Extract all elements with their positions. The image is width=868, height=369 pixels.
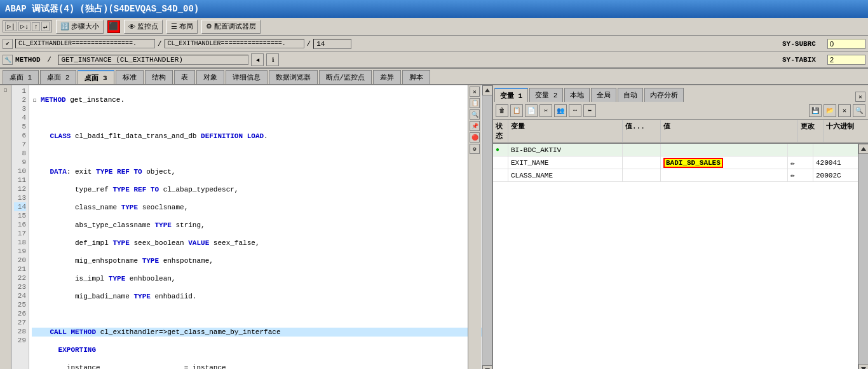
col-header-variable: 变量	[508, 120, 623, 142]
code-content: ☐ METHOD get_instance. CLASS cl_badi_flt…	[29, 85, 492, 369]
var-tab-auto[interactable]: 自动	[618, 88, 643, 102]
code-line-7: class_name TYPE seoclsname,	[32, 203, 489, 212]
row-status-2	[493, 157, 508, 169]
col-header-val-abbr: 值...	[623, 120, 661, 142]
method-icon[interactable]: 🔧	[3, 55, 13, 65]
code-line-6: type_ref TYPE REF TO cl_abap_typedescr,	[32, 185, 489, 194]
step-icon-1[interactable]: ▷|	[5, 22, 17, 31]
code-panel: ☐ 12345 678910 111213 14 1516171819 2021…	[0, 85, 493, 369]
tab-detail[interactable]: 详细信息	[226, 70, 268, 84]
var-btn-6[interactable]: ⬅	[583, 104, 596, 117]
code-side-toolbar: ✕ 📋 🔍 📌 🔴 ⚙	[468, 85, 481, 369]
code-line-10: mig_enhspotname TYPE enhspotname,	[32, 256, 489, 265]
row-status-3	[493, 169, 508, 181]
var-delete-btn[interactable]: 🗑	[496, 104, 508, 117]
var-scroll-track[interactable]	[858, 154, 868, 364]
tab-desktop1[interactable]: 桌面 1	[3, 70, 39, 84]
separator-2: /	[307, 40, 311, 48]
code-line-14: CALL METHOD cl_exithandler=>get_class_na…	[32, 328, 489, 337]
config-button[interactable]: ⚙ 配置调试器层	[201, 20, 261, 34]
code-vertical-scrollbar[interactable]	[482, 85, 492, 369]
code-line-13	[32, 310, 489, 319]
method-btn-2[interactable]: ℹ	[266, 53, 279, 66]
step-icon-3[interactable]: ↑	[32, 22, 40, 31]
step-size-button[interactable]: 🔢 步骤大小	[56, 20, 104, 34]
code-btn-1[interactable]: 📋	[470, 98, 480, 108]
scroll-down-button[interactable]	[482, 365, 492, 369]
var-table-body-wrapper: ● BI-BDC_AKTIV EXIT_NAME	[493, 144, 868, 369]
tab-standard[interactable]: 标准	[116, 70, 144, 84]
row-hex-3: 20002C	[813, 169, 858, 181]
table-row[interactable]: EXIT_NAME BADI_SD_SALES ✏ 420041	[493, 157, 858, 169]
tab-desktop3[interactable]: 桌面 3	[78, 70, 114, 84]
step-icon-4[interactable]: ↵	[41, 22, 50, 31]
var-panel: 变量 1 变量 2 本地 全局 自动 内存分析 ✕ 🗑 📋 📄 ✂ 👥 ↔ ⬅ …	[493, 85, 868, 369]
step-size-icon: 🔢	[60, 22, 69, 31]
stop-button[interactable]: ⬛	[107, 20, 120, 33]
var-right-btn-2[interactable]: 📂	[824, 104, 836, 117]
row-val-abbr-2	[623, 157, 661, 169]
sy-subrc-value[interactable]	[827, 39, 865, 49]
tab-desktop2[interactable]: 桌面 2	[40, 70, 76, 84]
var-tab-2[interactable]: 变量 2	[529, 88, 563, 102]
step-icon-2[interactable]: ▷↓	[18, 22, 31, 31]
code-btn-3[interactable]: 📌	[470, 121, 480, 131]
tab-script[interactable]: 脚本	[402, 70, 430, 84]
scroll-up-button[interactable]	[482, 85, 492, 95]
var-scroll-down[interactable]	[858, 364, 868, 369]
method-value: GET_INSTANCE (CL_EXITHANDLER)	[58, 55, 248, 65]
var-right-btn-1[interactable]: 💾	[809, 104, 822, 117]
sy-tabix-value[interactable]	[827, 55, 865, 65]
tab-table[interactable]: 表	[174, 70, 195, 84]
code-line-12: mig_badi_name TYPE enhbadiid.	[32, 292, 489, 301]
var-tab-global[interactable]: 全局	[591, 88, 616, 102]
layout-button[interactable]: ☰ 布局	[166, 20, 198, 34]
code-area: ☐ 12345 678910 111213 14 1516171819 2021…	[0, 85, 492, 369]
code-line-8: abs_type_classname TYPE string,	[32, 221, 489, 230]
close-panel-btn[interactable]: ✕	[470, 87, 480, 97]
var-tab-1[interactable]: 变量 1	[494, 88, 528, 102]
scroll-track[interactable]	[482, 95, 492, 365]
var-copy-btn[interactable]: 📋	[510, 104, 523, 117]
code-left-margin: ☐	[0, 85, 11, 369]
var-expand-btn[interactable]: ↔	[569, 104, 581, 117]
main-tab-bar: 桌面 1 桌面 2 桌面 3 标准 结构 表 对象 详细信息 数据浏览器 断点/…	[0, 69, 868, 85]
row-change-2[interactable]: ✏	[788, 157, 813, 169]
table-row[interactable]: CLASS_NAME ✏ 20002C	[493, 169, 858, 182]
var-cut-btn[interactable]: ✂	[539, 104, 552, 117]
code-btn-4[interactable]: 🔴	[470, 132, 480, 143]
expand-1[interactable]: ☐	[4, 87, 7, 94]
var-vertical-scrollbar[interactable]	[858, 144, 868, 369]
code-line-1: ☐ METHOD get_instance.	[32, 95, 489, 105]
info-bar-2: 🔧 METHOD / GET_INSTANCE (CL_EXITHANDLER)…	[0, 52, 868, 69]
row-value-2[interactable]: BADI_SD_SALES	[661, 157, 788, 169]
var-scroll-up[interactable]	[858, 144, 868, 154]
path-field-1: CL_EXITHANDLER================.	[15, 39, 155, 48]
var-add-btn[interactable]: 👥	[554, 104, 567, 117]
tab-diff[interactable]: 差异	[373, 70, 401, 84]
separator-3: /	[43, 56, 56, 64]
main-content: ☐ 12345 678910 111213 14 1516171819 2021…	[0, 85, 868, 369]
var-tab-local[interactable]: 本地	[564, 88, 590, 102]
table-row: ● BI-BDC_AKTIV	[493, 144, 858, 157]
row-status-1: ●	[493, 144, 508, 156]
row-change-3[interactable]: ✏	[788, 169, 813, 181]
col-header-value: 值	[661, 120, 798, 142]
tab-breakpoint[interactable]: 断点/监控点	[319, 70, 372, 84]
layout-icon: ☰	[171, 22, 177, 31]
var-paste-btn[interactable]: 📄	[525, 104, 538, 117]
var-tab-memory[interactable]: 内存分析	[644, 88, 684, 102]
tab-structure[interactable]: 结构	[145, 70, 173, 84]
var-panel-close[interactable]: ✕	[855, 92, 865, 102]
tab-object[interactable]: 对象	[196, 70, 224, 84]
code-line-15: EXPORTING	[32, 345, 489, 354]
var-right-close-2[interactable]: 🔍	[853, 104, 865, 117]
method-btn-1[interactable]: ◀	[251, 53, 264, 66]
var-right-close-1[interactable]: ✕	[838, 104, 851, 117]
nav-icon-1[interactable]: ✔	[3, 39, 13, 49]
code-btn-5[interactable]: ⚙	[470, 144, 480, 154]
monitor-button[interactable]: 👁 监控点	[124, 20, 163, 34]
tab-browser[interactable]: 数据浏览器	[269, 70, 318, 84]
code-btn-2[interactable]: 🔍	[470, 109, 480, 120]
row-val-abbr-1	[623, 144, 661, 156]
